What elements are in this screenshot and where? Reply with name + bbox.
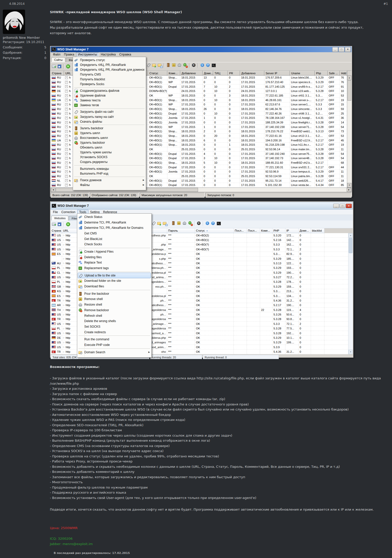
title-bar[interactable]: >_ WSO Shell Manager 7 _ □ × bbox=[51, 202, 353, 210]
column-header-посл[interactable]: Посл... bbox=[234, 228, 247, 233]
import-icon[interactable] bbox=[51, 64, 56, 69]
maximize-button[interactable]: □ bbox=[339, 47, 344, 52]
expand-icon[interactable]: ▷ bbox=[63, 327, 65, 330]
menu-item-определить-тиц-pr-alexarank-для-доменов[interactable]: Определить тИЦ, PR, AlexaRank для домено… bbox=[73, 67, 145, 72]
expand-icon[interactable]: + bbox=[65, 121, 68, 124]
scroll-up-icon[interactable]: ▲ bbox=[347, 76, 351, 80]
expand-icon[interactable]: + bbox=[65, 135, 68, 137]
info-icon[interactable] bbox=[205, 221, 210, 226]
menu-item-download-files[interactable]: Download files bbox=[78, 284, 151, 289]
clip-icon[interactable] bbox=[151, 221, 156, 226]
jar-icon[interactable] bbox=[172, 63, 177, 68]
expand-icon[interactable]: ▷ bbox=[63, 337, 65, 339]
help-icon[interactable] bbox=[211, 221, 216, 226]
column-header-статус[interactable]: Статус bbox=[148, 71, 167, 76]
stop-icon[interactable] bbox=[197, 221, 202, 226]
stop-icon[interactable] bbox=[191, 63, 197, 68]
menu-справка[interactable]: Справка bbox=[117, 52, 133, 57]
folderup-icon[interactable] bbox=[157, 221, 162, 226]
menu-item-замена-текста[interactable]: Замена текста bbox=[73, 98, 145, 103]
expand-icon[interactable]: ▷ bbox=[63, 299, 65, 302]
menu-item-проверить-socks[interactable]: Проверить Socks bbox=[73, 82, 145, 86]
expand-icon[interactable]: + bbox=[65, 152, 68, 155]
column-header-пароль[interactable]: Пароль bbox=[167, 228, 195, 233]
menu-item-get-blacklist[interactable]: Get BlackList bbox=[78, 236, 151, 242]
plus-icon[interactable] bbox=[66, 64, 71, 69]
menu-item-обновить-шелл[interactable]: Обновить шелл bbox=[73, 145, 145, 150]
menu-правка[interactable]: Правка bbox=[62, 52, 76, 57]
menu-инструменты[interactable]: Инструменты bbox=[76, 52, 99, 57]
expand-icon[interactable]: ▷ bbox=[63, 318, 65, 320]
menu-item-delete-the-wrong-shells[interactable]: Delete the wrong shells bbox=[78, 318, 151, 324]
expand-icon[interactable]: + bbox=[65, 170, 68, 173]
scroll-up-icon[interactable]: ▲ bbox=[348, 233, 353, 238]
column-header-страна[interactable]: Страна bbox=[51, 71, 64, 76]
expand-icon[interactable]: + bbox=[65, 184, 68, 187]
folderdl-icon[interactable] bbox=[163, 221, 168, 226]
plus-icon[interactable] bbox=[66, 222, 71, 227]
expand-icon[interactable]: ▷ bbox=[63, 351, 65, 353]
column-header-pr[interactable]: PR bbox=[228, 71, 240, 76]
column-header-посл[interactable]: Посл... bbox=[247, 228, 260, 233]
menu-item-выполнить-php-код[interactable]: Выполнить PHP код bbox=[73, 171, 145, 176]
jar-icon[interactable] bbox=[177, 221, 182, 226]
menu-item-удалить-backdoor[interactable]: Удалить backdoor bbox=[73, 140, 145, 145]
expand-icon[interactable]: + bbox=[65, 103, 68, 106]
menu-item-run-the-command[interactable]: Run the command bbox=[78, 337, 151, 342]
expand-icon[interactable]: + bbox=[65, 76, 68, 79]
expand-icon[interactable]: + bbox=[65, 85, 68, 88]
expand-icon[interactable]: + bbox=[65, 175, 68, 178]
menu-item-get-cms[interactable]: Get CMS bbox=[78, 231, 151, 236]
expand-icon[interactable]: ▷ bbox=[63, 257, 65, 260]
expand-icon[interactable]: ▷ bbox=[63, 271, 65, 274]
expand-icon[interactable]: + bbox=[65, 166, 68, 169]
close-button[interactable]: × bbox=[345, 47, 351, 52]
save-icon[interactable] bbox=[57, 64, 62, 69]
column-header-php[interactable]: PHP bbox=[272, 228, 285, 233]
minimize-button[interactable]: _ bbox=[333, 204, 339, 208]
expand-icon[interactable]: ▷ bbox=[63, 323, 65, 325]
bug-icon[interactable] bbox=[188, 221, 193, 226]
menu-item-deleting-files[interactable]: Deleting files bbox=[78, 254, 151, 260]
column-header-статус[interactable]: Статус▼ bbox=[195, 228, 234, 233]
tab-websites[interactable]: Websites bbox=[51, 216, 68, 221]
menu-item-восстановить-шелл[interactable]: Восстановить шелл bbox=[73, 135, 145, 140]
avatar[interactable] bbox=[3, 10, 25, 34]
expand-icon[interactable]: + bbox=[65, 161, 68, 164]
close-button[interactable]: × bbox=[346, 204, 352, 208]
expand-icon[interactable]: + bbox=[65, 112, 68, 115]
scrollbar-thumb[interactable] bbox=[347, 80, 351, 101]
help-icon[interactable] bbox=[206, 63, 211, 68]
menu-item-execute-php-code[interactable]: Execute PHP code bbox=[78, 342, 151, 348]
expand-icon[interactable]: + bbox=[65, 143, 68, 146]
menu-item-удаление-файлов[interactable]: Удаление файлов bbox=[73, 93, 145, 98]
expand-icon[interactable]: ▷ bbox=[63, 262, 65, 264]
column-header-добавлено[interactable]: Добавлено bbox=[180, 71, 203, 76]
title-bar[interactable]: >_ WSO Shell Manager 7 _ □ × bbox=[51, 47, 351, 52]
expand-icon[interactable]: + bbox=[65, 148, 68, 151]
menu-настройка[interactable]: Настройка bbox=[99, 52, 117, 57]
menu-item-получить-blacklist[interactable]: Получить blacklist bbox=[73, 77, 145, 82]
expand-icon[interactable]: + bbox=[65, 99, 68, 101]
tab-сайты[interactable]: Сайты bbox=[51, 57, 65, 62]
menu-item-create-append-files[interactable]: Create / Append Files bbox=[78, 249, 151, 254]
column-header-страна[interactable]: Страна bbox=[51, 228, 62, 233]
expand-icon[interactable]: ▷ bbox=[63, 313, 65, 316]
scroll-left-icon[interactable]: ◀ bbox=[51, 188, 55, 192]
menu-item-загрузить-папку-на-сайт[interactable]: Загрузить папку на сайт bbox=[73, 114, 145, 119]
menu-correction[interactable]: Correction bbox=[60, 210, 77, 214]
term-icon[interactable] bbox=[211, 63, 216, 68]
door-icon[interactable] bbox=[171, 221, 176, 226]
menu-item-refresh-shell[interactable]: Refresh shell bbox=[78, 313, 151, 319]
column-header-ip[interactable]: IP bbox=[285, 228, 299, 233]
vertical-scrollbar[interactable]: ▲ ▼ bbox=[347, 76, 351, 188]
post-number[interactable]: #1 bbox=[383, 2, 388, 6]
menu-item-выполнить-команды[interactable]: Выполнить команды bbox=[73, 166, 145, 171]
expand-icon[interactable]: + bbox=[65, 81, 68, 84]
info-icon[interactable] bbox=[200, 63, 205, 68]
scroll-down-icon[interactable]: ▼ bbox=[347, 183, 351, 188]
clip-icon[interactable] bbox=[146, 63, 151, 68]
basket-icon[interactable] bbox=[177, 63, 182, 68]
expand-icon[interactable]: ▷ bbox=[63, 341, 65, 344]
expand-icon[interactable]: + bbox=[65, 108, 68, 110]
